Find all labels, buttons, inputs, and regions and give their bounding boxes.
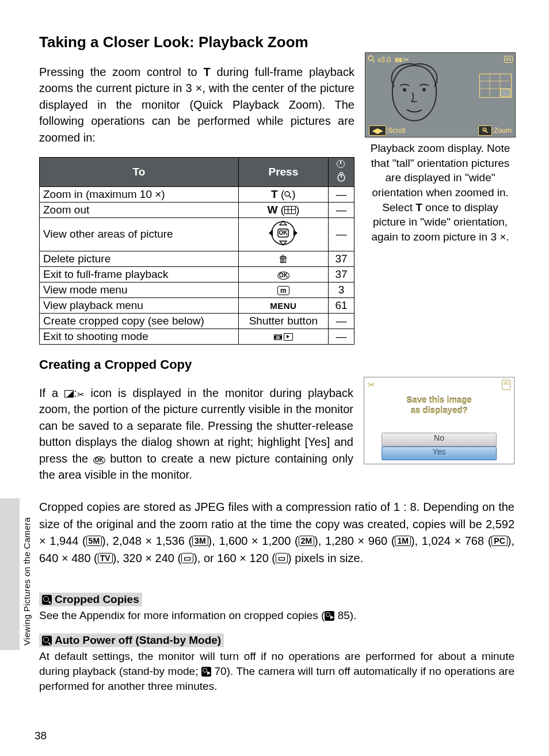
trash-icon: 🗑︎ (279, 254, 288, 265)
cell-to: Exit to full-frame playback (40, 266, 239, 282)
dialog-msg-1: Save this image (406, 395, 471, 404)
cell-to: View other areas of picture (40, 217, 239, 251)
table-row: Zoom out W () — (40, 202, 354, 217)
th-ref (329, 157, 354, 186)
body-text: If a (39, 387, 64, 399)
svg-point-2 (285, 192, 289, 196)
sizes-text: ), 320 × 240 ( (113, 552, 182, 564)
table-row: View playback menu MENU 61 (40, 297, 354, 313)
operations-table: To Press Zoom in (maximum 10 ×) T () — Z… (39, 157, 354, 345)
heading-cropped-copy: Creating a Cropped Copy (39, 357, 514, 372)
cell-to: View playback menu (40, 297, 239, 313)
size-tv-icon: TV (98, 553, 113, 563)
table-row: Create cropped copy (see below) Shutter … (40, 313, 354, 329)
thumbnail-icon (284, 206, 296, 214)
sizes-text: ), 1,600 × 1,200 ( (208, 534, 299, 547)
scissors-icon: ✂︎ (368, 380, 375, 390)
cell-press: Shutter button (238, 313, 328, 329)
magnifier-icon (42, 595, 52, 605)
svg-marker-10 (293, 230, 298, 236)
picture-icon (64, 390, 74, 398)
cell-to: Zoom out (40, 202, 239, 217)
cell-ref: — (329, 217, 354, 251)
ok-icon: OK (277, 272, 289, 280)
cell-to: Exit to shooting mode (40, 329, 239, 344)
cell-to: Delete picture (40, 251, 239, 266)
cell-press: OK (238, 266, 328, 282)
sizes-paragraph: Cropped copies are stored as JPEG files … (39, 499, 514, 567)
table-row: View other areas of picture OK — (40, 217, 354, 251)
lcd-playback-zoom: x3.0 📷︎:✂︎ IN ◀▶:Scroll 🔍 (365, 52, 516, 138)
page-ref-icon (201, 667, 211, 677)
page-ref-icon (325, 611, 334, 621)
table-row: View mode menu m 3 (40, 282, 354, 297)
cell-press: m (238, 282, 328, 297)
camera-icon: 📷︎ (273, 332, 283, 342)
svg-text:OK: OK (279, 230, 288, 236)
svg-marker-9 (269, 230, 273, 236)
heading-playback-zoom: Taking a Closer Look: Playback Zoom (39, 33, 514, 51)
cell-press: 📷︎ (238, 329, 328, 344)
cropped-body: If a :✂︎ icon is displayed in the monito… (39, 385, 353, 483)
page-ref-header-icon (336, 172, 346, 182)
note-body: See the Appendix for more information on… (39, 608, 514, 623)
lcd-navigator (479, 74, 512, 98)
table-row: Zoom in (maximum 10 ×) T () — (40, 186, 354, 202)
note-title: Auto Power off (Stand-by Mode) (55, 634, 221, 646)
page-ref-icon (336, 159, 346, 169)
lcd-memory-icon: IN (504, 56, 513, 63)
th-press: Press (238, 157, 328, 186)
note-header-cropped: Cropped Copies (39, 593, 142, 606)
cell-press: MENU (238, 297, 328, 313)
note-text: See the Appendix for more information on… (39, 609, 325, 621)
scissors-icon: ✂︎ (77, 390, 85, 399)
note-ref: 85). (334, 609, 356, 621)
cell-press: 🗑︎ (238, 251, 328, 266)
svg-line-12 (372, 60, 375, 62)
lcd-caption: Playback zoom display. Note that "tall" … (365, 141, 516, 244)
lcd-zoom-label: :Zoom (492, 127, 512, 135)
lcd-scroll-label: :Scroll (386, 127, 405, 135)
svg-line-3 (289, 196, 291, 198)
cell-ref: 3 (329, 282, 354, 297)
intro-text: Pressing the zoom control to (39, 66, 203, 78)
table-row: Delete picture 🗑︎ 37 (40, 251, 354, 266)
size-2m-icon: 2M (299, 536, 314, 546)
dpad-icon: OK (265, 220, 301, 246)
size-pc-icon: PC (491, 536, 507, 546)
magnifier-icon (42, 636, 52, 646)
svg-point-11 (368, 56, 373, 60)
svg-point-14 (422, 88, 426, 91)
intro-t-glyph: T (203, 66, 210, 78)
intro-paragraph: Pressing the zoom control to T during fu… (39, 64, 354, 146)
note-header-autopower: Auto Power off (Stand-by Mode) (39, 633, 224, 647)
cell-ref: — (329, 186, 354, 202)
size-small1-icon: ▭ (181, 553, 193, 563)
note-title: Cropped Copies (55, 593, 139, 605)
size-1m-icon: 1M (395, 536, 410, 546)
cell-press: OK (238, 217, 328, 251)
sizes-text: ) pixels in size. (288, 552, 363, 564)
cell-ref: 37 (329, 251, 354, 266)
svg-point-13 (403, 88, 406, 91)
lcd-save-dialog: ✂︎IN Save this imageas displayed? No Yes (364, 377, 514, 464)
cell-ref: 61 (329, 297, 354, 313)
dialog-yes-option: Yes (382, 446, 497, 460)
cell-press: T () (238, 186, 328, 202)
menu-icon: MENU (270, 301, 296, 311)
mode-icon: m (277, 286, 289, 295)
th-to: To (40, 157, 239, 186)
cell-to: Zoom in (maximum 10 ×) (40, 186, 239, 202)
cell-ref: — (329, 202, 354, 217)
cell-to: Create cropped copy (see below) (40, 313, 239, 329)
table-row: Exit to shooting mode 📷︎ — (40, 329, 354, 344)
sizes-text: ), 1,280 × 960 ( (314, 534, 395, 547)
lcd-memory-icon: IN (502, 380, 510, 390)
size-5m-icon: 5M (86, 536, 102, 546)
ok-icon: OK (93, 456, 105, 464)
sizes-text: ), or 160 × 120 ( (193, 552, 276, 564)
dialog-no-option: No (382, 433, 497, 446)
lcd-face-drawing (377, 61, 452, 123)
note-body: At default settings, the monitor will tu… (39, 649, 514, 693)
size-small2-icon: ▭ (276, 553, 288, 563)
